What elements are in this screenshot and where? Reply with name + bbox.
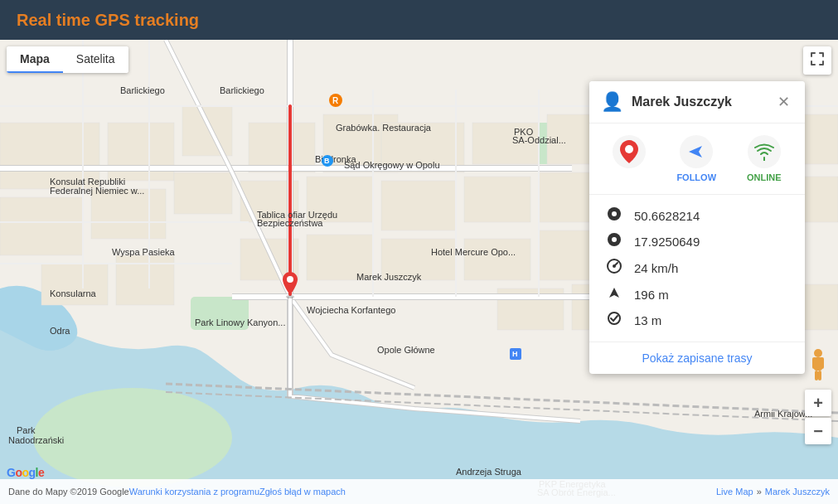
follow-label: FOLLOW [676, 172, 716, 182]
svg-text:Park: Park [17, 425, 36, 435]
location-action[interactable] [613, 135, 646, 182]
svg-point-81 [612, 211, 617, 216]
speedometer-icon [603, 259, 626, 278]
svg-rect-5 [108, 123, 174, 181]
svg-text:Konsularna: Konsularna [50, 288, 97, 298]
svg-rect-8 [91, 189, 166, 239]
svg-rect-6 [182, 106, 232, 156]
svg-rect-78 [818, 371, 821, 380]
tab-satelita[interactable]: Satelita [63, 46, 128, 73]
map-tab-bar: Mapa Satelita [7, 46, 128, 73]
breadcrumb-live-map[interactable]: Live Map [716, 487, 753, 497]
user-avatar-icon: 👤 [601, 91, 623, 113]
pegman-icon[interactable] [807, 348, 830, 388]
map-container: Konsulat Republiki Federalnej Niemiec w.… [0, 40, 838, 504]
breadcrumb-user[interactable]: Marek Juszczyk [765, 487, 830, 497]
svg-text:Marek Juszczyk: Marek Juszczyk [356, 272, 422, 282]
svg-text:Federalnej Niemiec w...: Federalnej Niemiec w... [50, 186, 144, 196]
info-user-name: Marek Juszczyk [632, 94, 774, 109]
location-dot-icon [603, 207, 626, 225]
stat-altitude: 196 m [603, 282, 792, 308]
accuracy-value: 13 m [634, 313, 661, 327]
svg-point-66 [287, 276, 293, 283]
svg-text:Wyspa Pasieka: Wyspa Pasieka [112, 247, 176, 257]
altitude-value: 196 m [634, 288, 669, 302]
info-panel-close-button[interactable]: ✕ [774, 93, 793, 111]
svg-point-73 [814, 349, 822, 357]
altitude-icon [603, 286, 626, 303]
svg-text:H: H [512, 350, 518, 358]
svg-point-85 [613, 264, 616, 268]
map-report[interactable]: Zgłoś błąd w mapach [259, 487, 346, 497]
svg-point-83 [612, 237, 617, 242]
online-action[interactable]: ONLINE [747, 135, 782, 182]
info-footer: Pokaż zapisane trasy [589, 342, 805, 374]
stat-longitude: 17.9250649 [603, 229, 792, 254]
svg-text:R: R [332, 96, 339, 105]
svg-rect-31 [464, 239, 530, 280]
svg-text:Odra: Odra [50, 326, 70, 336]
saved-routes-link[interactable]: Pokaż zapisane trasy [642, 351, 752, 365]
latitude-value: 50.6628214 [634, 209, 700, 223]
location-dot2-icon [603, 233, 626, 250]
svg-text:Wojciecha Korfantego: Wojciecha Korfantego [307, 305, 395, 315]
stat-accuracy: 13 m [603, 308, 792, 333]
zoom-controls: + − [805, 390, 831, 446]
online-icon [748, 135, 781, 168]
location-icon [613, 135, 646, 168]
stat-latitude: 50.6628214 [603, 203, 792, 229]
svg-rect-9 [174, 172, 232, 214]
follow-icon [680, 135, 713, 168]
map-copyright: Dane do Mapy ©2019 Google [8, 487, 129, 497]
svg-rect-10 [41, 264, 108, 305]
svg-point-65 [286, 295, 294, 298]
svg-rect-7 [0, 197, 83, 255]
app-header: Real time GPS tracking [0, 0, 838, 40]
svg-text:Barlickiego: Barlickiego [220, 85, 264, 95]
zoom-out-button[interactable]: − [805, 418, 831, 444]
svg-text:Biedronka: Biedronka [315, 154, 356, 164]
app-title: Real time GPS tracking [17, 11, 199, 30]
map-terms[interactable]: Warunki korzystania z programu [129, 487, 259, 497]
breadcrumb: Live Map » Marek Juszczyk [716, 487, 830, 497]
svg-text:SA-Oddzial...: SA-Oddzial... [512, 135, 566, 145]
longitude-value: 17.9250649 [634, 235, 700, 249]
tab-mapa[interactable]: Mapa [7, 46, 63, 73]
fullscreen-button[interactable] [803, 46, 831, 75]
info-panel: 👤 Marek Juszczyk ✕ [589, 81, 805, 374]
follow-action[interactable]: FOLLOW [676, 135, 716, 182]
svg-text:Park Linowy Kanyon...: Park Linowy Kanyon... [195, 317, 285, 327]
svg-text:Hotel Mercure Opo...: Hotel Mercure Opo... [431, 247, 516, 257]
online-label: ONLINE [747, 172, 782, 182]
svg-point-79 [625, 145, 633, 153]
svg-rect-76 [820, 357, 824, 369]
svg-rect-19 [381, 181, 456, 230]
breadcrumb-separator: » [757, 487, 762, 497]
info-stats: 50.6628214 17.9250649 24 km/h [589, 195, 805, 342]
svg-rect-20 [464, 177, 530, 222]
svg-text:Grabówka. Restauracja: Grabówka. Restauracja [336, 123, 432, 133]
svg-text:Andrzeja Struga: Andrzeja Struga [456, 467, 522, 477]
info-panel-header: 👤 Marek Juszczyk ✕ [589, 81, 805, 124]
svg-rect-77 [815, 371, 818, 380]
bottom-bar: Dane do Mapy ©2019 Google Warunki korzys… [0, 479, 838, 504]
svg-text:Bezpieczeństwa: Bezpieczeństwa [257, 218, 323, 228]
svg-rect-75 [812, 357, 816, 369]
speed-value: 24 km/h [634, 261, 678, 275]
zoom-in-button[interactable]: + [805, 390, 831, 416]
google-logo: Google [7, 466, 44, 479]
svg-text:Opole Główne: Opole Główne [377, 345, 435, 355]
accuracy-icon [603, 312, 626, 329]
svg-text:B: B [324, 157, 330, 165]
svg-text:Nadodrzański: Nadodrzański [8, 435, 64, 445]
svg-text:Barlickiego: Barlickiego [120, 85, 165, 95]
info-actions: FOLLOW ONLINE [589, 124, 805, 195]
svg-text:Sąd Okręgowy w Opolu: Sąd Okręgowy w Opolu [344, 160, 440, 170]
stat-speed: 24 km/h [603, 254, 792, 282]
